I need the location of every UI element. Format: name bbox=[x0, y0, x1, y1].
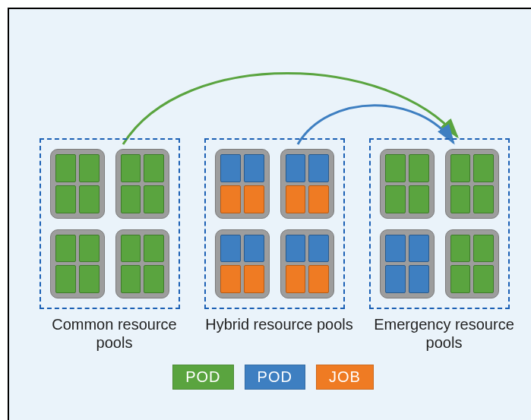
job-slot bbox=[286, 265, 306, 293]
job-slot bbox=[220, 185, 241, 213]
pool-label-hybrid: Hybrid resource pools bbox=[197, 315, 362, 352]
pod-slot bbox=[55, 265, 76, 293]
arrow-common-to-emergency bbox=[123, 74, 457, 145]
pod-slot bbox=[308, 235, 329, 263]
node bbox=[280, 149, 335, 219]
job-slot bbox=[308, 265, 329, 293]
pool-label-emergency: Emergency resource pools bbox=[362, 315, 526, 352]
pod-slot bbox=[409, 154, 429, 182]
pod-slot bbox=[79, 265, 100, 293]
pod-slot bbox=[79, 185, 100, 213]
pod-slot bbox=[144, 265, 164, 293]
pod-slot bbox=[473, 265, 494, 293]
node bbox=[280, 229, 335, 299]
job-slot bbox=[244, 265, 264, 293]
node bbox=[50, 149, 105, 219]
pool-common bbox=[40, 138, 180, 309]
pod-slot bbox=[121, 235, 141, 263]
pool-nodes bbox=[371, 140, 508, 308]
pod-slot bbox=[220, 235, 241, 263]
pod-slot bbox=[55, 185, 76, 213]
pod-slot bbox=[286, 154, 306, 182]
job-slot bbox=[220, 265, 241, 293]
pod-slot bbox=[473, 235, 494, 263]
pod-slot bbox=[244, 235, 264, 263]
pod-slot bbox=[144, 235, 164, 263]
pod-slot bbox=[385, 265, 406, 293]
pod-slot bbox=[473, 154, 494, 182]
node bbox=[115, 229, 170, 299]
pod-slot bbox=[450, 185, 471, 213]
pod-slot bbox=[308, 154, 329, 182]
node bbox=[115, 149, 170, 219]
pod-slot bbox=[450, 265, 471, 293]
pod-slot bbox=[286, 235, 306, 263]
pod-slot bbox=[450, 154, 471, 182]
pod-slot bbox=[79, 235, 100, 263]
pod-slot bbox=[121, 154, 141, 182]
pool-hybrid bbox=[204, 138, 345, 309]
pod-slot bbox=[55, 154, 76, 182]
node bbox=[445, 149, 500, 219]
pod-slot bbox=[55, 235, 76, 263]
legend-pod-blue: POD bbox=[245, 365, 305, 390]
pod-slot bbox=[385, 154, 406, 182]
job-slot bbox=[244, 185, 264, 213]
pod-slot bbox=[450, 235, 471, 263]
pod-slot bbox=[244, 154, 264, 182]
job-slot bbox=[308, 185, 329, 213]
pod-slot bbox=[409, 185, 429, 213]
pod-slot bbox=[385, 235, 406, 263]
pool-emergency bbox=[369, 138, 510, 309]
node bbox=[445, 229, 500, 299]
diagram-canvas: Common resource pools Hybrid resource po… bbox=[8, 8, 531, 420]
pod-slot bbox=[385, 185, 406, 213]
node bbox=[215, 229, 270, 299]
node bbox=[380, 149, 435, 219]
legend-pod-green: POD bbox=[172, 365, 233, 390]
pod-slot bbox=[121, 185, 141, 213]
pool-label-common: Common resource pools bbox=[32, 315, 197, 352]
pod-slot bbox=[473, 185, 494, 213]
pod-slot bbox=[409, 235, 429, 263]
legend: POD POD JOB bbox=[9, 365, 531, 390]
pod-slot bbox=[144, 185, 164, 213]
legend-job-orange: JOB bbox=[316, 365, 374, 390]
pod-slot bbox=[144, 154, 164, 182]
pod-slot bbox=[121, 265, 141, 293]
node bbox=[50, 229, 105, 299]
pool-nodes bbox=[41, 140, 179, 308]
pod-slot bbox=[79, 154, 100, 182]
node bbox=[215, 149, 270, 219]
pod-slot bbox=[220, 154, 241, 182]
node bbox=[380, 229, 435, 299]
pod-slot bbox=[409, 265, 429, 293]
pool-nodes bbox=[206, 140, 343, 308]
job-slot bbox=[286, 185, 306, 213]
pool-labels: Common resource pools Hybrid resource po… bbox=[9, 315, 531, 352]
